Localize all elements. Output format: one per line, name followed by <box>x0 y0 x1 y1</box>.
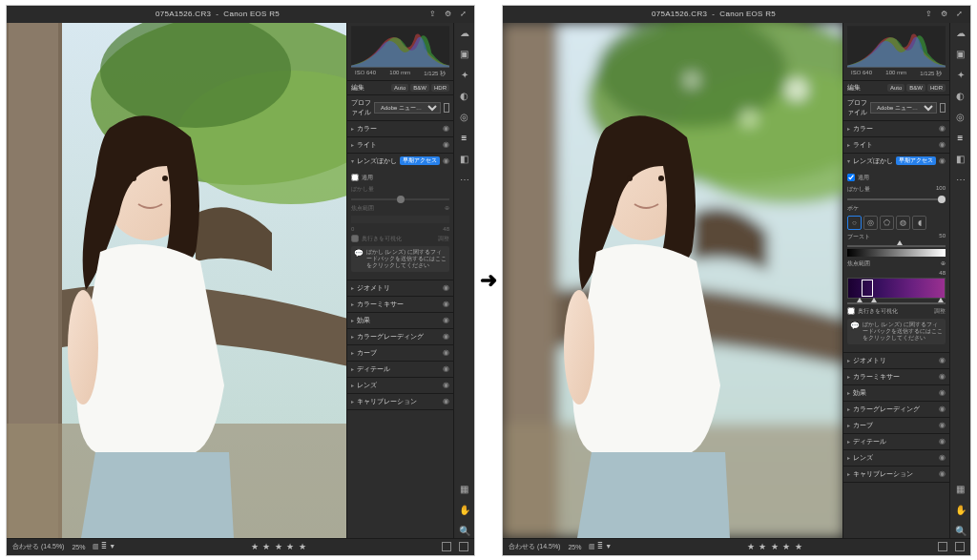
photo-viewport[interactable] <box>7 23 346 538</box>
section-colormix[interactable]: ▸カラーミキサー◉ <box>347 297 453 312</box>
section-lens[interactable]: ▸レンズ◉ <box>843 450 949 466</box>
more-icon[interactable]: ⋯ <box>954 174 967 187</box>
fit-label[interactable]: 合わせる (14.5%) <box>509 542 560 551</box>
grid-icon[interactable] <box>938 542 947 551</box>
redeye-icon[interactable]: ◎ <box>458 111 471 124</box>
rating-stars[interactable]: ★ ★ ★ ★ ★ <box>251 542 307 551</box>
bokeh-blade5[interactable]: ⬠ <box>880 216 894 230</box>
redeye-icon[interactable]: ◎ <box>954 111 967 124</box>
section-calib[interactable]: ▸キャリブレーション◉ <box>843 467 949 482</box>
section-detail[interactable]: ▸ディテール◉ <box>843 434 949 449</box>
info-icon[interactable] <box>955 542 965 551</box>
focal-range-slider[interactable] <box>847 302 946 304</box>
auto-button[interactable]: Auto <box>391 84 408 92</box>
eye-icon[interactable]: ◉ <box>443 381 449 389</box>
visualize-row[interactable]: 奥行きを可視化 調整 <box>847 307 946 316</box>
eye-icon[interactable]: ◉ <box>443 300 449 308</box>
eye-icon[interactable]: ◉ <box>939 124 946 133</box>
section-color[interactable]: ▸カラー◉ <box>843 121 949 136</box>
eye-icon[interactable]: ◉ <box>443 332 449 341</box>
photo-viewport[interactable] <box>503 23 842 538</box>
profile-browse-icon[interactable] <box>940 103 946 113</box>
section-light[interactable]: ▸ライト◉ <box>843 137 949 153</box>
zoom-label[interactable]: 25% <box>72 544 85 550</box>
cloud-icon[interactable]: ☁ <box>458 27 471 40</box>
section-effects[interactable]: ▸効果◉ <box>843 385 949 401</box>
hdr-button[interactable]: HDR <box>927 84 946 92</box>
profile-select[interactable]: Adobe ニュー… <box>870 102 937 114</box>
eye-icon[interactable]: ◉ <box>939 156 946 165</box>
info-icon[interactable] <box>459 542 468 551</box>
fit-label[interactable]: 合わせる (14.5%) <box>12 542 64 551</box>
eye-icon[interactable]: ◉ <box>443 397 449 405</box>
hand-icon[interactable]: ✋ <box>458 504 471 517</box>
feedback-box[interactable]: 💬 ぼかし (レンズ) に関するフィードバックを送信するにはここをクリックしてく… <box>351 246 449 272</box>
eye-icon[interactable]: ◉ <box>939 404 946 413</box>
filter-icons[interactable]: ▥ ≣ ▼ <box>589 543 612 550</box>
eye-icon[interactable]: ◉ <box>939 388 946 397</box>
histogram[interactable]: ISO 640 100 mm 1/125 秒 <box>843 23 949 80</box>
eye-icon[interactable]: ◉ <box>939 453 946 462</box>
hand-icon[interactable]: ✋ <box>954 504 967 517</box>
mask-icon[interactable]: ◐ <box>954 90 967 103</box>
amount-slider[interactable] <box>847 198 946 200</box>
section-geometry[interactable]: ▸ジオメトリ◉ <box>347 280 453 296</box>
section-colorgrade[interactable]: ▸カラーグレーディング◉ <box>843 402 949 417</box>
rating-stars[interactable]: ★ ★ ★ ★ ★ <box>747 542 803 551</box>
cloud-icon[interactable]: ☁ <box>954 27 967 40</box>
bokeh-soap[interactable]: ◎ <box>863 216 878 230</box>
visualize-checkbox[interactable] <box>847 307 855 315</box>
heal-icon[interactable]: ✦ <box>458 69 471 82</box>
share-icon[interactable]: ⇪ <box>426 9 438 20</box>
section-light[interactable]: ▸ライト◉ <box>347 137 453 153</box>
hdr-button[interactable]: HDR <box>431 84 449 92</box>
bokeh-ring[interactable]: ◍ <box>896 216 910 230</box>
mask-icon[interactable]: ◐ <box>458 90 471 103</box>
section-curve[interactable]: ▸カーブ◉ <box>843 418 949 433</box>
apply-checkbox-row[interactable]: 適用 <box>847 174 946 182</box>
eye-icon[interactable]: ◉ <box>939 140 946 149</box>
filter-icons[interactable]: ▥ ≣ ▼ <box>93 543 115 550</box>
auto-button[interactable]: Auto <box>887 84 904 92</box>
histogram[interactable]: ISO 640 100 mm 1/125 秒 <box>347 23 453 80</box>
section-detail[interactable]: ▸ディテール◉ <box>347 362 453 377</box>
zoomfit-icon[interactable]: ▦ <box>954 483 967 496</box>
bw-button[interactable]: B&W <box>906 84 925 92</box>
zoomfit-icon[interactable]: ▦ <box>458 483 471 496</box>
boost-slider[interactable] <box>847 245 946 247</box>
eye-icon[interactable]: ◉ <box>443 316 449 324</box>
expand-icon[interactable]: ⤢ <box>457 9 468 20</box>
share-icon[interactable]: ⇪ <box>923 9 934 20</box>
eye-icon[interactable]: ◉ <box>443 124 449 133</box>
zoom-icon[interactable]: 🔍 <box>458 525 471 538</box>
section-colorgrade[interactable]: ▸カラーグレーディング◉ <box>347 329 453 344</box>
eye-icon[interactable]: ◉ <box>443 283 449 292</box>
section-effects[interactable]: ▸効果◉ <box>347 313 453 328</box>
eye-icon[interactable]: ◉ <box>443 364 449 373</box>
bw-button[interactable]: B&W <box>410 84 429 92</box>
bokeh-cat[interactable]: ◖ <box>912 216 926 230</box>
section-calib[interactable]: ▸キャリブレーション◉ <box>347 394 453 409</box>
eye-icon[interactable]: ◉ <box>443 348 449 357</box>
section-curve[interactable]: ▸カーブ◉ <box>347 345 453 361</box>
apply-checkbox[interactable] <box>847 174 855 181</box>
gear-icon[interactable]: ⚙ <box>938 9 949 20</box>
heal-icon[interactable]: ✦ <box>954 69 967 82</box>
section-geometry[interactable]: ▸ジオメトリ◉ <box>843 353 949 368</box>
presets-icon[interactable]: ◧ <box>458 153 471 166</box>
feedback-box[interactable]: 💬 ぼかし (レンズ) に関するフィードバックを送信するにはここをクリックしてく… <box>847 319 946 344</box>
apply-checkbox-row[interactable]: 適用 <box>351 174 449 182</box>
more-icon[interactable]: ⋯ <box>458 174 471 187</box>
section-color[interactable]: ▸カラー◉ <box>347 121 453 136</box>
eye-icon[interactable]: ◉ <box>443 156 449 165</box>
eye-icon[interactable]: ◉ <box>443 140 449 149</box>
section-lensblur-head[interactable]: ▾ レンズぼかし 早期アクセス ◉ <box>843 154 949 169</box>
apply-checkbox[interactable] <box>351 174 359 181</box>
zoom-label[interactable]: 25% <box>568 544 581 550</box>
refine-link[interactable]: 調整 <box>934 308 946 315</box>
profile-browse-icon[interactable] <box>444 103 449 113</box>
eye-icon[interactable]: ◉ <box>939 372 946 381</box>
section-colormix[interactable]: ▸カラーミキサー◉ <box>843 369 949 384</box>
bokeh-circle[interactable]: ○ <box>847 216 862 230</box>
focus-target-icon[interactable]: ⊕ <box>941 259 946 268</box>
